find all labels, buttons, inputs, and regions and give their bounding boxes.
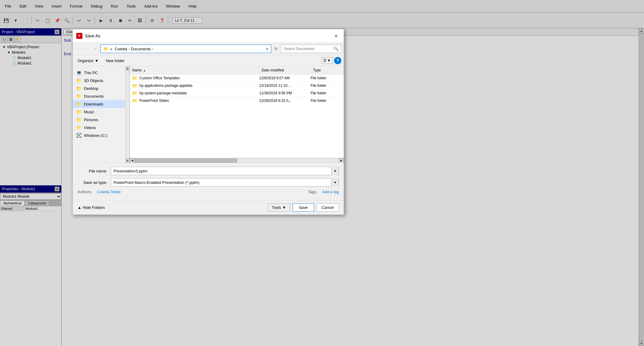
folder-icon-3: 📁: [130, 98, 139, 103]
drive-windows-icon: 💽: [76, 133, 81, 138]
file-list-wrapper: Name ▲ Date modified Type 📁 Custom Offic…: [130, 66, 344, 163]
nav-item-windowsc[interactable]: 💽 Windows (C:): [73, 131, 125, 139]
nav-item-desktop[interactable]: 📁 Desktop: [73, 84, 125, 92]
filename-label: File name:: [78, 169, 111, 173]
horiz-scroll-right[interactable]: ▶: [339, 158, 344, 163]
tools-button[interactable]: Tools ▼: [268, 203, 290, 212]
breadcrumb-dropdown-arrow[interactable]: ▼: [266, 47, 269, 51]
view-icon: ☰: [323, 58, 327, 63]
dialog-bottom: File name: ▼ Save as type: ▼ Authors: Co…: [73, 163, 344, 200]
file-row-0[interactable]: 📁 Custom Office Templates 12/8/2018 8:07…: [130, 74, 344, 82]
nav-downloads-label: Downloads: [84, 102, 103, 106]
file-name-0: Custom Office Templates: [139, 76, 259, 80]
save-as-dialog: P Save As ✕ ← → ↑ 📁 « Coletta › Document…: [72, 29, 344, 215]
dialog-titlebar: P Save As ✕: [73, 29, 344, 43]
nav-item-videos[interactable]: 📁 Videos: [73, 124, 125, 131]
horiz-scroll-thumb: [135, 159, 237, 163]
tags-add-button[interactable]: Add a tag: [322, 190, 339, 194]
nav-item-documents[interactable]: 📁 Documents: [73, 92, 125, 100]
ppt-icon: P: [76, 33, 82, 39]
new-folder-button[interactable]: New folder: [104, 57, 127, 64]
view-options-button[interactable]: ☰ ▼: [321, 57, 333, 64]
save-button[interactable]: Save: [292, 203, 314, 212]
dialog-nav: ← → ↑ 📁 « Coletta › Documents › ▼ ↻ 🔍: [73, 43, 344, 55]
dialog-close-button[interactable]: ✕: [332, 32, 340, 40]
dialog-title-text: Save As: [85, 33, 100, 38]
nav-scroll-up[interactable]: ▲: [126, 66, 130, 71]
file-row-2[interactable]: 📁 hp.system.package.metadata 11/30/2018 …: [130, 90, 344, 97]
breadcrumb-coletta[interactable]: Coletta: [115, 47, 127, 51]
dialog-left-nav: 💻 This PC 📁 3D Objects 📁 Desktop 📁 Docum…: [73, 66, 126, 163]
help-circle-icon[interactable]: ?: [334, 57, 341, 64]
savetype-row: Save as type: ▼: [78, 178, 339, 187]
nav-windowsc-label: Windows (C:): [84, 133, 107, 138]
hide-folders-button[interactable]: ▲ Hide Folders: [78, 205, 105, 210]
col-header-date[interactable]: Date modified: [259, 68, 311, 73]
search-icon: 🔍: [333, 46, 339, 51]
hide-folders-arrow-icon: ▲: [78, 205, 81, 210]
organize-dropdown-icon: ▼: [95, 58, 99, 63]
dialog-footer: ▲ Hide Folders Tools ▼ Save Cancel: [73, 200, 344, 215]
folder-icon-2: 📁: [130, 91, 139, 96]
breadcrumb-arrow2: ›: [152, 47, 153, 51]
nav-item-pictures[interactable]: 📁 Pictures: [73, 116, 125, 124]
folder-documents-icon: 📁: [76, 94, 81, 99]
breadcrumb-documents[interactable]: Documents: [131, 47, 151, 51]
view-dropdown-icon: ▼: [327, 58, 331, 63]
horiz-scroll-left[interactable]: ◀: [130, 158, 135, 163]
file-row-1[interactable]: 📁 hp.applications.package.appdata 12/14/…: [130, 82, 344, 90]
file-type-3: File folder: [311, 99, 344, 103]
folder-videos-icon: 📁: [76, 125, 81, 130]
file-type-0: File folder: [311, 76, 344, 80]
meta-row: Authors: Coletta Teske Tags: Add a tag: [78, 190, 339, 194]
nav-item-music[interactable]: 📁 Music: [73, 108, 125, 116]
nav-refresh-button[interactable]: ↻: [273, 45, 280, 53]
file-name-1: hp.applications.package.appdata: [139, 83, 259, 88]
breadcrumb-bar[interactable]: 📁 « Coletta › Documents › ▼: [100, 45, 271, 53]
horiz-scrollbar[interactable]: ◀ ▶: [130, 158, 344, 163]
folder-3dobjects-icon: 📁: [76, 78, 81, 83]
filename-input[interactable]: [111, 168, 331, 174]
file-date-1: 12/14/2015 11:10 ...: [259, 83, 311, 88]
col-sort-icon: ▲: [143, 69, 146, 72]
toolbar-right: ☰ ▼ ?: [321, 57, 341, 64]
savetype-dropdown-btn[interactable]: ▼: [331, 178, 339, 187]
file-name-3: PowerPoint Slides: [139, 99, 259, 103]
breadcrumb-separator1: «: [110, 47, 112, 51]
dialog-title-left: P Save As: [76, 33, 100, 39]
breadcrumb-arrow1: ›: [128, 47, 129, 51]
nav-documents-label: Documents: [84, 94, 104, 99]
savetype-input[interactable]: [111, 180, 331, 185]
folder-icon-0: 📁: [130, 76, 139, 80]
cancel-button[interactable]: Cancel: [317, 203, 339, 212]
breadcrumb-folder-icon: 📁: [103, 46, 108, 51]
left-nav-scrollbar[interactable]: ▲ ▼: [126, 66, 130, 163]
folder-music-icon: 📁: [76, 109, 81, 114]
file-type-2: File folder: [311, 91, 344, 95]
nav-music-label: Music: [84, 110, 94, 114]
nav-back-button[interactable]: ←: [75, 45, 82, 52]
file-row-3[interactable]: 📁 PowerPoint Slides 12/28/2018 6:32 A...…: [130, 97, 344, 105]
organize-button[interactable]: Organize ▼: [75, 57, 101, 64]
nav-forward-button[interactable]: →: [84, 45, 91, 52]
authors-value[interactable]: Coletta Teske: [97, 190, 121, 194]
col-header-name[interactable]: Name ▲: [130, 68, 259, 73]
nav-item-3dobjects[interactable]: 📁 3D Objects: [73, 77, 125, 84]
nav-item-thispc[interactable]: 💻 This PC: [73, 69, 125, 77]
nav-pictures-label: Pictures: [84, 118, 98, 122]
tags-label: Tags:: [308, 190, 317, 194]
search-input[interactable]: [284, 47, 333, 51]
filename-dropdown-btn[interactable]: ▼: [331, 167, 339, 175]
savetype-label: Save as type:: [78, 180, 111, 185]
nav-videos-label: Videos: [84, 125, 96, 130]
file-date-3: 12/28/2018 6:32 A...: [259, 99, 311, 103]
nav-item-downloads[interactable]: 📁 Downloads: [73, 100, 125, 108]
organize-label: Organize: [78, 58, 94, 63]
folder-desktop-icon: 📁: [76, 86, 81, 91]
dialog-file-toolbar: Organize ▼ New folder ☰ ▼ ?: [73, 55, 344, 66]
folder-icon-1: 📁: [130, 83, 139, 88]
col-header-type[interactable]: Type: [311, 68, 344, 73]
nav-scroll-down[interactable]: ▼: [126, 159, 130, 163]
nav-scroll-track: [126, 71, 129, 159]
nav-up-button[interactable]: ↑: [92, 45, 99, 52]
